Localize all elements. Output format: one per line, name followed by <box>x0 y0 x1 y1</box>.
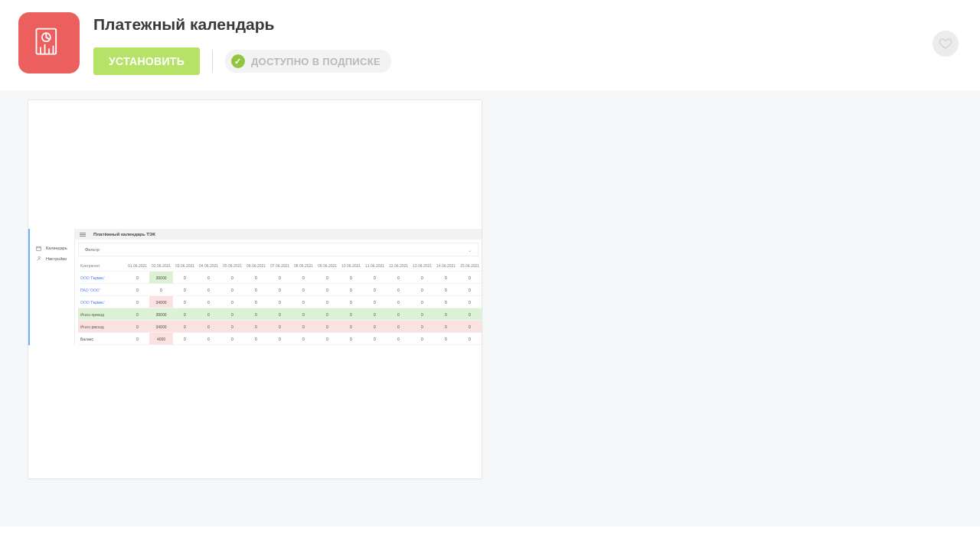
table-cell: 0 <box>126 308 149 321</box>
table-cell: 0 <box>197 321 220 333</box>
table-cell: 0 <box>458 284 482 296</box>
table-cell: 0 <box>244 272 268 284</box>
mock-table: Контрагент01.06.202102.06.202103.06.2021… <box>78 259 482 345</box>
sidebar-item-settings: Настройки <box>36 253 70 264</box>
table-cell: 0 <box>268 284 292 296</box>
table-cell: 0 <box>244 296 268 308</box>
table-header: 07.06.2021 <box>268 259 292 272</box>
sidebar-item-label: Настройки <box>46 256 67 261</box>
table-header: 14.06.2021 <box>434 259 458 272</box>
table-cell: 0 <box>410 296 434 308</box>
table-cell: 0 <box>434 308 458 321</box>
row-label: Итого расход <box>78 321 126 333</box>
table-cell: 0 <box>387 284 410 296</box>
table-cell: 39000 <box>149 308 173 321</box>
table-cell: 0 <box>410 272 434 284</box>
table-cell: 0 <box>197 284 220 296</box>
table-cell: 0 <box>292 296 315 308</box>
mock-title: Платёжный календарь ТЭК <box>93 232 155 236</box>
table-header: 01.06.2021 <box>126 259 149 272</box>
table-cell: 0 <box>149 284 173 296</box>
app-title: Платежный календарь <box>93 15 962 34</box>
table-cell: 0 <box>173 333 197 345</box>
table-cell: 0 <box>410 321 434 333</box>
sidebar-item-label: Календарь <box>46 246 67 250</box>
table-cell: 0 <box>197 333 220 345</box>
svg-rect-2 <box>37 246 41 250</box>
table-cell: 0 <box>363 333 387 345</box>
sidebar-item-calendar: Календарь <box>36 243 70 253</box>
table-cell: 0 <box>458 321 482 333</box>
table-cell: 0 <box>315 284 339 296</box>
table-cell: 0 <box>315 296 339 308</box>
chevron-down-icon: ⌄ <box>468 247 472 253</box>
install-button[interactable]: УСТАНОВИТЬ <box>93 47 200 75</box>
table-cell: 0 <box>434 296 458 308</box>
table-cell: 0 <box>458 333 482 345</box>
table-header: 13.06.2021 <box>410 259 434 272</box>
table-cell: 0 <box>387 272 410 284</box>
table-header: 05.06.2021 <box>220 259 244 272</box>
table-cell: 0 <box>458 296 482 308</box>
heart-icon <box>939 37 952 51</box>
table-cell: 0 <box>458 272 482 284</box>
table-cell: 0 <box>268 308 292 321</box>
favorite-button[interactable] <box>933 31 959 57</box>
availability-label: ДОСТУПНО В ПОДПИСКЕ <box>251 56 381 67</box>
table-cell: 0 <box>220 321 244 333</box>
screenshot-preview[interactable]: Календарь Настройки Платёжный календарь … <box>28 99 482 479</box>
table-cell: 0 <box>363 321 387 333</box>
table-cell: 0 <box>244 284 268 296</box>
mock-app: Календарь Настройки Платёжный календарь … <box>28 229 482 345</box>
table-cell: 0 <box>315 321 339 333</box>
table-cell: 0 <box>220 284 244 296</box>
mock-main: Платёжный календарь ТЭК Фильтр: ⌄ Контра… <box>75 229 482 345</box>
table-header: 09.06.2021 <box>315 259 339 272</box>
table-cell: 0 <box>268 333 292 345</box>
table-cell: 0 <box>410 308 434 321</box>
table-cell: 0 <box>458 308 482 321</box>
body-area: Календарь Настройки Платёжный календарь … <box>0 90 980 548</box>
table-header: 15.06.2021 <box>458 259 482 272</box>
table-cell: 0 <box>315 272 339 284</box>
table-cell: 0 <box>220 272 244 284</box>
table-cell: 0 <box>315 308 339 321</box>
table-header: 11.06.2021 <box>363 259 387 272</box>
table-header: 06.06.2021 <box>244 259 268 272</box>
table-cell: 0 <box>173 284 197 296</box>
table-cell: 34000 <box>149 296 173 308</box>
actions-row: УСТАНОВИТЬ ✓ ДОСТУПНО В ПОДПИСКЕ <box>93 47 962 75</box>
table-cell: 0 <box>292 308 315 321</box>
table-cell: 0 <box>220 308 244 321</box>
header-content: Платежный календарь УСТАНОВИТЬ ✓ ДОСТУПН… <box>93 12 962 75</box>
table-cell: 0 <box>292 284 315 296</box>
table-cell: 0 <box>315 333 339 345</box>
table-cell: 0 <box>197 272 220 284</box>
table-header: 08.06.2021 <box>292 259 315 272</box>
table-cell: 0 <box>126 296 149 308</box>
table-cell: 0 <box>387 296 410 308</box>
table-cell: 0 <box>292 321 315 333</box>
table-cell: 0 <box>363 308 387 321</box>
table-header: 12.06.2021 <box>387 259 410 272</box>
row-label: ПАО 'ООО' <box>78 284 126 296</box>
app-icon <box>18 12 80 73</box>
table-cell: 0 <box>268 272 292 284</box>
availability-badge: ✓ ДОСТУПНО В ПОДПИСКЕ <box>225 50 391 73</box>
table-header: 03.06.2021 <box>173 259 197 272</box>
table-cell: 0 <box>410 333 434 345</box>
table-cell: 0 <box>244 308 268 321</box>
calendar-icon <box>36 246 41 251</box>
table-cell: 0 <box>410 284 434 296</box>
bottom-strip <box>0 527 980 548</box>
row-label: Итого приход <box>78 308 126 321</box>
table-cell: 0 <box>173 272 197 284</box>
row-label: Баланс <box>78 333 126 345</box>
table-cell: 0 <box>126 272 149 284</box>
table-cell: 0 <box>268 321 292 333</box>
table-cell: 0 <box>339 296 363 308</box>
table-cell: 0 <box>197 296 220 308</box>
table-cell: 0 <box>292 333 315 345</box>
wrench-icon <box>36 256 41 262</box>
table-cell: 0 <box>387 321 410 333</box>
